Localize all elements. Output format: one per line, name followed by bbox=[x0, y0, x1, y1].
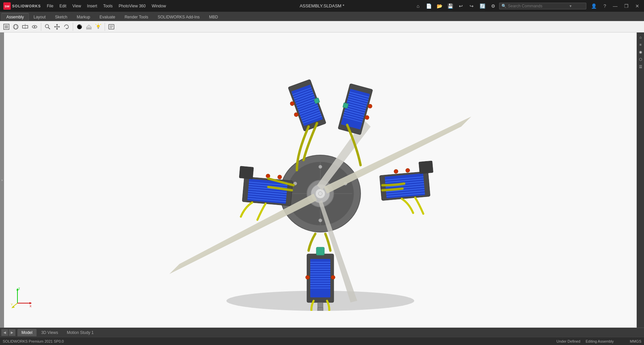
toolbar-separator-3 bbox=[105, 23, 105, 31]
svg-rect-114 bbox=[316, 247, 324, 255]
tab-sketch[interactable]: Sketch bbox=[50, 13, 72, 21]
close-button[interactable]: ✕ bbox=[633, 3, 641, 9]
tab-mbd[interactable]: MBD bbox=[204, 13, 223, 21]
svg-text:X: X bbox=[30, 304, 32, 308]
tab-prev-button[interactable]: ◀ bbox=[1, 329, 8, 336]
new-button[interactable]: 📄 bbox=[424, 1, 433, 11]
main-area: › bbox=[0, 32, 644, 328]
magnify-btn[interactable] bbox=[43, 22, 52, 31]
toolbar-separator bbox=[41, 23, 41, 31]
minimize-button[interactable]: — bbox=[611, 3, 620, 9]
svg-rect-84 bbox=[239, 166, 254, 179]
search-commands-input[interactable] bbox=[508, 4, 568, 8]
options-button[interactable]: ⚙ bbox=[488, 1, 498, 11]
right-home-btn[interactable]: ⌂ bbox=[637, 34, 644, 41]
view-orient-btn[interactable] bbox=[2, 22, 11, 31]
restore-button[interactable]: ❐ bbox=[622, 3, 631, 9]
right-scene-btn[interactable]: ⬡ bbox=[637, 56, 644, 63]
redo-button[interactable]: ↪ bbox=[467, 1, 476, 11]
help-button[interactable]: ? bbox=[601, 3, 608, 9]
svg-point-14 bbox=[97, 25, 100, 27]
menu-tools[interactable]: Tools bbox=[101, 2, 115, 10]
hide-show-btn[interactable] bbox=[30, 22, 39, 31]
section-view-btn[interactable] bbox=[21, 22, 30, 31]
coordinate-triad: Z X Y bbox=[11, 286, 33, 309]
svg-point-5 bbox=[14, 24, 17, 29]
search-box[interactable]: 🔍 ▾ bbox=[499, 3, 586, 9]
svg-text:Z: Z bbox=[18, 287, 20, 290]
status-defined: Under Defined bbox=[556, 339, 580, 343]
3d-model-view bbox=[169, 60, 471, 311]
tab-markup[interactable]: Markup bbox=[72, 13, 95, 21]
status-bar: SOLIDWORKS Premium 2021 SP0.0 Under Defi… bbox=[0, 337, 644, 345]
scene-btn[interactable] bbox=[85, 22, 93, 31]
svg-point-28 bbox=[319, 165, 322, 168]
svg-line-17 bbox=[96, 24, 96, 25]
pan-btn[interactable] bbox=[53, 22, 61, 31]
tab-nav-buttons: ◀ ▶ bbox=[1, 329, 15, 336]
svg-text:SW: SW bbox=[5, 5, 10, 8]
bottom-tab-3dviews[interactable]: 3D Views bbox=[37, 329, 62, 336]
menu-view[interactable]: View bbox=[70, 2, 84, 10]
menu-bar: File Edit View Insert Tools PhotoView 36… bbox=[44, 2, 413, 10]
menu-window[interactable]: Window bbox=[149, 2, 169, 10]
svg-marker-122 bbox=[30, 302, 32, 304]
svg-point-10 bbox=[45, 24, 49, 28]
bottom-tab-motionstudy[interactable]: Motion Study 1 bbox=[63, 329, 98, 336]
menu-edit[interactable]: Edit bbox=[57, 2, 69, 10]
save-button[interactable]: 💾 bbox=[445, 1, 455, 11]
right-displaymanager-btn[interactable]: ☰ bbox=[637, 63, 644, 70]
appearance-btn[interactable] bbox=[75, 22, 84, 31]
svg-rect-116 bbox=[318, 307, 323, 311]
view-toolbar bbox=[0, 21, 644, 32]
bottom-tab-model[interactable]: Model bbox=[17, 329, 37, 336]
toolbar-separator-2 bbox=[73, 23, 73, 31]
svg-rect-15 bbox=[98, 27, 99, 29]
panel-toggle[interactable]: › bbox=[0, 32, 4, 328]
home-button[interactable]: ⌂ bbox=[413, 1, 423, 11]
tab-next-button[interactable]: ▶ bbox=[9, 329, 15, 336]
app-name: SOLIDWORKS bbox=[12, 4, 41, 8]
tab-layout[interactable]: Layout bbox=[29, 13, 50, 21]
rotate-btn[interactable] bbox=[62, 22, 71, 31]
svg-point-112 bbox=[306, 275, 310, 279]
viewport[interactable]: Z X Y bbox=[4, 32, 637, 328]
sw-logo-icon: SW bbox=[3, 2, 11, 10]
svg-point-9 bbox=[34, 26, 35, 27]
status-version: SOLIDWORKS Premium 2021 SP0.0 bbox=[3, 339, 64, 343]
right-appearance-btn[interactable]: ◉ bbox=[637, 49, 644, 55]
tab-solidworks-addins[interactable]: SOLIDWORKS Add-Ins bbox=[153, 13, 204, 21]
lights-btn[interactable] bbox=[94, 22, 103, 31]
title-bar: SW SOLIDWORKS File Edit View Insert Tool… bbox=[0, 0, 644, 12]
svg-point-96 bbox=[406, 168, 410, 172]
tab-evaluate[interactable]: Evaluate bbox=[95, 13, 120, 21]
svg-rect-97 bbox=[419, 161, 433, 174]
user-account-button[interactable]: 👤 bbox=[589, 3, 599, 9]
svg-rect-71 bbox=[343, 102, 348, 108]
right-layers-btn[interactable]: ≡ bbox=[637, 41, 644, 48]
solidworks-logo: SW SOLIDWORKS bbox=[0, 2, 44, 10]
menu-photoview[interactable]: PhotoView 360 bbox=[116, 2, 149, 10]
display-manager-btn[interactable] bbox=[107, 22, 116, 31]
svg-point-35 bbox=[318, 192, 322, 196]
svg-rect-13 bbox=[86, 27, 92, 29]
title-right-area: 🔍 ▾ 👤 ? — ❐ ✕ bbox=[499, 3, 644, 9]
svg-point-83 bbox=[277, 175, 282, 179]
svg-line-11 bbox=[48, 27, 50, 29]
undo-button[interactable]: ↩ bbox=[456, 1, 466, 11]
ribbon-tabs: Assembly Layout Sketch Markup Evaluate R… bbox=[0, 12, 644, 21]
menu-insert[interactable]: Insert bbox=[85, 2, 100, 10]
svg-point-29 bbox=[319, 219, 322, 222]
tab-render-tools[interactable]: Render Tools bbox=[120, 13, 153, 21]
rebuild-button[interactable]: 🔄 bbox=[478, 1, 487, 11]
status-units: MMGS bbox=[630, 339, 641, 343]
open-button[interactable]: 📂 bbox=[435, 1, 444, 11]
svg-marker-125 bbox=[11, 306, 15, 308]
menu-file[interactable]: File bbox=[44, 2, 56, 10]
search-dropdown-icon[interactable]: ▾ bbox=[570, 4, 572, 8]
svg-point-4 bbox=[13, 24, 18, 29]
display-style-btn[interactable] bbox=[11, 22, 20, 31]
tab-assembly[interactable]: Assembly bbox=[1, 13, 29, 21]
svg-point-113 bbox=[331, 275, 335, 279]
status-editing: Editing Assembly bbox=[586, 339, 614, 343]
